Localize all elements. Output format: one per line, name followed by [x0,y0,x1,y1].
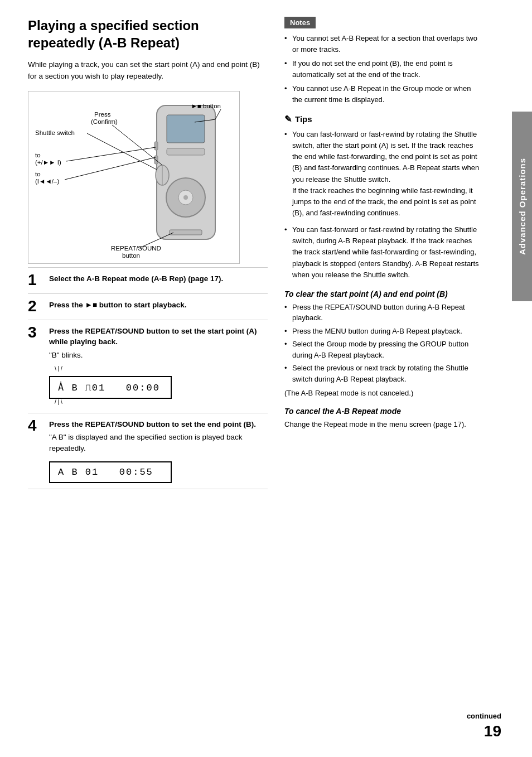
svg-rect-7 [154,142,158,150]
side-tab: Advanced Operations [512,112,532,301]
subsection-clear-title: To clear the start point (A) and end poi… [284,290,482,298]
subsection-cancel-content: Change the Repeat mode in the menu scree… [284,419,482,430]
svg-text:REPEAT/SOUND: REPEAT/SOUND [111,245,161,252]
svg-text:button: button [122,252,140,259]
blink-arrows-bottom: / | \ [55,399,268,405]
step-4-display-text: A B 01 00:55 [58,467,153,478]
subsection-clear-list: Press the REPEAT/SOUND button during A-B… [284,302,482,385]
svg-text:Shuttle switch: Shuttle switch [35,129,75,136]
step-4-subtext: "A B" is displayed and the specified sec… [49,432,268,454]
step-2: 2 Press the ►■ button to start playback. [28,293,268,314]
main-content: Playing a specified section repeatedly (… [0,0,532,757]
tips-item-2: You can fast-forward or fast-rewind by r… [284,224,482,281]
step-4: 4 Press the REPEAT/SOUND button to set t… [28,413,268,484]
step-4-text: Press the REPEAT/SOUND button to set the… [49,419,268,430]
left-column: Playing a specified section repeatedly (… [28,17,268,735]
blink-arrows: \ | / [55,365,268,372]
step-3-subtext: "B" blinks. [49,350,268,361]
tips-title-text: Tips [295,114,312,124]
right-column: Notes You cannot set A-B Repeat for a se… [284,17,504,735]
page-container: Advanced Operations Playing a specified … [0,0,532,757]
side-tab-text: Advanced Operations [518,158,527,255]
page-number: 19 [484,722,501,740]
step-4-display-wrapper: A B 01 00:55 [49,458,268,483]
subsection-clear: To clear the start point (A) and end poi… [284,290,482,399]
svg-text:(I◄◄/–): (I◄◄/–) [35,178,59,185]
tips-title: ✎ Tips [284,114,482,124]
step-2-text: Press the ►■ button to start playback. [49,300,268,311]
notes-section: Notes You cannot set A-B Repeat for a se… [284,17,482,105]
continued-text: continued [467,712,501,720]
tips-section: ✎ Tips You can fast-forward or fast-rewi… [284,114,482,281]
step-1-content: Select the A-B Repeat mode (A-B Rep) (pa… [49,273,268,285]
svg-text:(+/►► I): (+/►► I) [35,159,61,166]
page-title: Playing a specified section repeatedly (… [28,17,268,51]
subsection-cancel: To cancel the A-B Repeat mode Change the… [284,407,482,430]
svg-text:Press: Press [94,111,111,118]
step-1-number: 1 [28,272,46,288]
bottom-divider [28,489,268,489]
svg-rect-6 [170,230,202,235]
notes-item-2: If you do not set the end point (B), the… [284,58,482,80]
notes-item-3: You cannot use A-B Repeat in the Group m… [284,83,482,105]
svg-text:(Confirm): (Confirm) [91,118,118,125]
step-1: 1 Select the A-B Repeat mode (A-B Rep) (… [28,267,268,288]
subsection-clear-item-4: Select the previous or next track by rot… [284,363,482,384]
steps-container: 1 Select the A-B Repeat mode (A-B Rep) (… [28,267,268,489]
tips-item-1-text: You can fast-forward or fast-rewind by r… [292,130,479,217]
intro-text: While playing a track, you can set the s… [28,59,268,82]
device-diagram: Shuttle switch Press (Confirm) ►■ button… [28,91,240,264]
subsection-clear-item-3: Select the Group mode by pressing the GR… [284,339,482,360]
device-svg: Shuttle switch Press (Confirm) ►■ button… [28,91,240,264]
subsection-clear-item-2: Press the MENU button during A-B Repeat … [284,326,482,337]
notes-list: You cannot set A-B Repeat for a section … [284,33,482,105]
step-4-content: Press the REPEAT/SOUND button to set the… [49,419,268,484]
notes-item-1: You cannot set A-B Repeat for a section … [284,33,482,55]
step-3-display-wrapper: \ | / Ȧ B ⎍01 00:00 / | \ [49,365,268,405]
svg-line-24 [65,157,156,180]
svg-rect-8 [154,156,158,164]
step-3-display-text: Ȧ B ⎍01 00:00 [58,383,160,393]
page-footer: continued 19 [467,712,501,740]
step-2-content: Press the ►■ button to start playback. [49,300,268,311]
step-4-display: A B 01 00:55 [49,461,172,483]
svg-line-12 [87,133,157,170]
notes-badge: Notes [284,17,316,28]
tips-item-1: You can fast-forward or fast-rewind by r… [284,129,482,219]
step-2-number: 2 [28,298,46,314]
step-1-text: Select the A-B Repeat mode (A-B Rep) (pa… [49,273,268,285]
subsection-clear-note: (The A-B Repeat mode is not canceled.) [284,388,482,399]
svg-line-21 [66,147,156,161]
svg-text:►■ button: ►■ button [191,103,221,109]
step-3-text: Press the REPEAT/SOUND button to set the… [49,326,268,348]
tips-list: You can fast-forward or fast-rewind by r… [284,129,482,281]
svg-text:to: to [35,152,41,158]
svg-text:to: to [35,171,41,177]
svg-point-4 [183,195,188,200]
step-3: 3 Press the REPEAT/SOUND button to set t… [28,320,268,407]
subsection-cancel-title: To cancel the A-B Repeat mode [284,407,482,416]
subsection-clear-item-1: Press the REPEAT/SOUND button during A-B… [284,302,482,324]
step-4-number: 4 [28,418,46,433]
step-3-number: 3 [28,325,46,340]
step-3-display: Ȧ B ⎍01 00:00 [49,376,172,399]
svg-rect-1 [167,115,205,143]
subsection-cancel-text: Change the Repeat mode in the menu scree… [284,419,482,430]
tips-icon: ✎ [284,114,292,124]
subsection-clear-content: Press the REPEAT/SOUND button during A-B… [284,302,482,399]
svg-rect-5 [167,148,205,155]
step-3-content: Press the REPEAT/SOUND button to set the… [49,326,268,407]
svg-line-17 [215,109,221,119]
